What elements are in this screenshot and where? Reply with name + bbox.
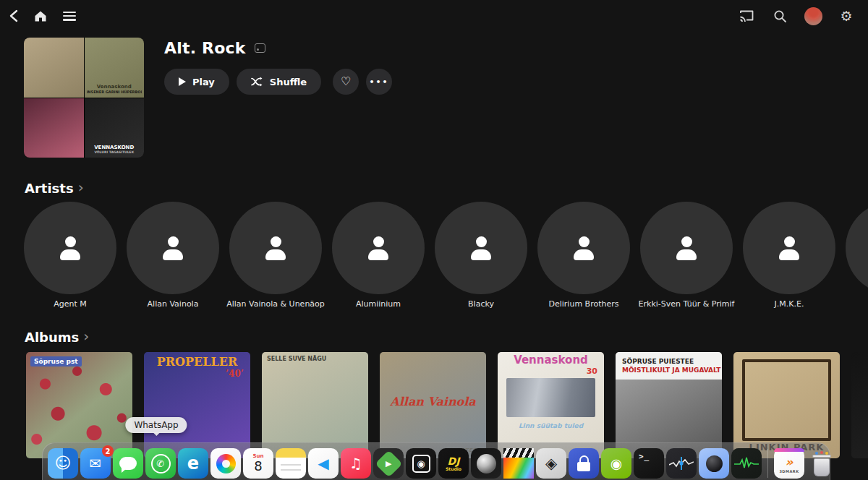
flower-icon [216, 454, 236, 473]
apple-music-glyph-icon: ♫ [349, 456, 362, 471]
artist-name-label: J.M.K.E. [775, 299, 804, 309]
artist-item[interactable]: Allan Vainola [127, 202, 219, 309]
person-icon [60, 236, 80, 260]
artist-item[interactable]: J.M.K.E. [743, 202, 835, 309]
play-icon [179, 77, 186, 86]
menu-button[interactable] [58, 4, 81, 27]
trash-dock-icon[interactable] [807, 448, 837, 479]
person-icon [368, 236, 388, 260]
dock-tooltip: WhatsApp [125, 417, 187, 433]
apple-music-dock-icon[interactable]: ♫ [341, 448, 371, 479]
aperture-box-icon: ◉ [412, 455, 430, 473]
artist-item[interactable]: Delirium Brothers [537, 202, 630, 309]
albums-section-header[interactable]: Albums › [25, 328, 89, 346]
dj-studio-dock-icon[interactable]: DJStudio [438, 448, 469, 479]
back-button[interactable] [3, 4, 26, 27]
artist-name-label: Allan Vainola & Unenäop [226, 299, 325, 309]
artist-list: Agent MAllan VainolaAllan Vainola & Unen… [24, 202, 868, 309]
clapperboard-stripes-icon [503, 448, 534, 458]
password-lock-dock-icon[interactable] [569, 448, 599, 479]
speaker-device-dock-icon[interactable] [699, 448, 729, 479]
playlist-hero: VennaskondINSENER GARINI HÜPERBOLOIDVENN… [24, 38, 144, 158]
calendar-dock-icon[interactable]: Sun8 [243, 448, 273, 479]
page-title: Alt. Rock [164, 39, 246, 57]
calendar-day-number: 8 [254, 460, 262, 473]
finder-dock-icon[interactable]: ☺ [48, 448, 78, 479]
artist-item[interactable]: Blacky [435, 202, 527, 309]
mail-glyph-icon: ✉ [90, 456, 102, 471]
heart-icon: ♡ [341, 76, 351, 87]
account-button[interactable] [801, 4, 825, 27]
whatsapp-dock-icon[interactable]: ✆ [145, 448, 176, 479]
photo-badge-icon [255, 43, 265, 53]
artist-name-label: Agent M [54, 299, 87, 309]
favorite-button[interactable]: ♡ [333, 69, 359, 95]
edge-dock-icon[interactable]: e [178, 448, 208, 479]
benchmark-caption-label: 3DMARK [779, 470, 799, 473]
artists-section-header[interactable]: Artists › [25, 179, 84, 197]
more-options-button[interactable]: ••• [366, 69, 392, 95]
mail-dock-icon[interactable]: ✉2 [80, 448, 111, 479]
play-button-label: Play [192, 77, 215, 87]
gear-icon: ⚙ [840, 9, 852, 23]
album-band-line: SÕPRUSE PUIESTEE [622, 358, 715, 365]
settings-button[interactable]: ⚙ [835, 4, 858, 27]
artist-avatar [332, 202, 425, 294]
person-icon [574, 236, 594, 260]
artist-item[interactable]: Erkki-Sven Tüür & Primif [640, 202, 733, 309]
ellipsis-icon: ••• [370, 77, 389, 87]
geforce-now-dock-icon[interactable]: ◉ [601, 448, 631, 479]
dvd-player-dock-icon[interactable] [471, 448, 501, 479]
terminal-dock-icon[interactable]: >_ [634, 448, 664, 479]
user-avatar [804, 7, 822, 25]
artist-item[interactable]: Allan Vainola & Unenäop [229, 202, 322, 309]
collage-quadrant-text: VennaskondINSENER GARINI HÜPERBOLOID [87, 84, 142, 95]
messages-dock-icon[interactable] [113, 448, 143, 479]
rainbow-panel-icon [503, 458, 534, 479]
back-chevron-icon [8, 9, 21, 23]
artists-header-label: Artists [25, 181, 74, 196]
notification-badge: 2 [102, 445, 114, 457]
emby-dock-icon[interactable]: ▶ [373, 448, 404, 479]
artist-item[interactable]: Agent M [24, 202, 116, 309]
play-button[interactable]: Play [164, 69, 229, 95]
obs-dock-icon[interactable]: ◉ [406, 448, 436, 479]
collage-quadrant-text: VENNASKONDVÕLURI TAGASITULEK [87, 145, 142, 155]
collage-quadrant: VennaskondINSENER GARINI HÜPERBOLOID [85, 38, 145, 98]
artist-avatar [127, 202, 219, 294]
collage-text-line: Vennaskond [87, 84, 142, 90]
artist-item[interactable]: K-Fe [846, 202, 868, 309]
threedmark-dock-icon[interactable]: »3DMARK [774, 448, 804, 479]
instruments-dock-icon[interactable] [666, 448, 697, 479]
artist-item[interactable]: Alumiinium [332, 202, 425, 309]
search-button[interactable] [768, 4, 791, 27]
play-diamond-icon: ▶ [375, 450, 402, 477]
photos-dock-icon[interactable] [210, 448, 241, 479]
health-monitor-dock-icon[interactable] [731, 448, 762, 479]
home-button[interactable] [29, 4, 52, 27]
album-cover-text: ’40’ [144, 369, 250, 379]
collage-text-line: INSENER GARINI HÜPERBOLOID [87, 90, 142, 94]
album-cover-text: SELLE SUVE NÄGU [262, 356, 368, 363]
final-cut-pro-dock-icon[interactable] [503, 448, 534, 479]
album-frame-decoration [742, 359, 831, 441]
edge-glyph-icon: e [187, 455, 199, 472]
artist-avatar [229, 202, 322, 294]
artist-avatar [846, 202, 868, 294]
cast-button[interactable] [735, 4, 758, 27]
hamburger-icon [63, 12, 76, 21]
shuffle-button[interactable]: Shuffle [237, 69, 321, 95]
album-card-vennaskond-partial[interactable]: Vennaskond [851, 352, 868, 458]
finder-face-icon: ☺ [55, 455, 72, 471]
artist-avatar [24, 202, 116, 294]
speaker-lens-icon [706, 455, 723, 472]
vscode-glyph-icon: ◀ [318, 456, 328, 471]
compressor-dock-icon[interactable]: ◈ [536, 448, 566, 479]
speech-bubble-icon [119, 457, 137, 470]
album-cover: Vennaskond [851, 352, 868, 458]
person-icon [163, 236, 183, 260]
vscode-dock-icon[interactable]: ◀ [308, 448, 339, 479]
swoosh-glyph-icon: » [786, 456, 793, 468]
artist-name-label: Blacky [468, 299, 494, 309]
notes-dock-icon[interactable] [276, 448, 306, 479]
